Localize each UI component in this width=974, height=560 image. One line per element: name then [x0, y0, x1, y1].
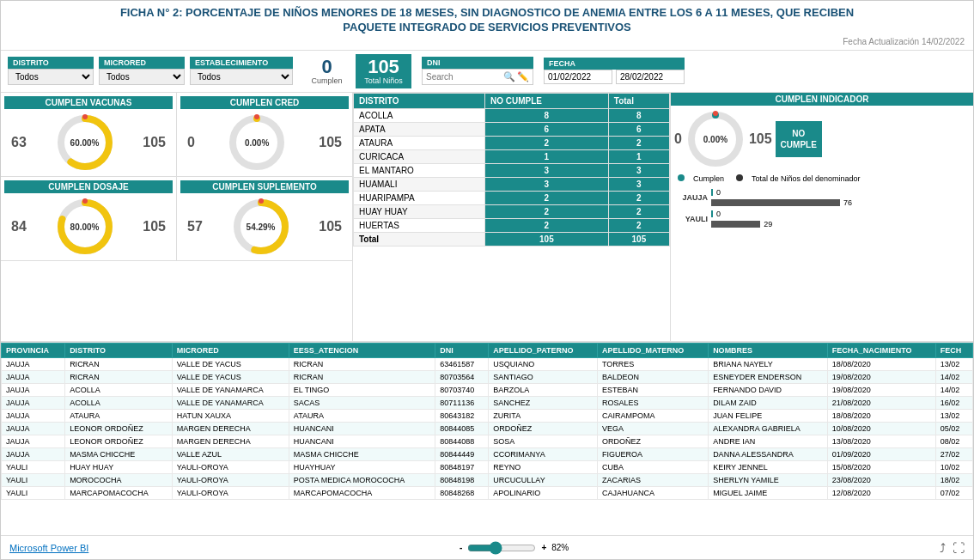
table-cell: ESNEYDER ENDERSON [709, 370, 828, 383]
column-header: APELLIDO_PATERNO [489, 343, 598, 357]
distrito-cell: CURICACA [354, 149, 485, 163]
table-row: HUAY HUAY 2 2 [354, 204, 670, 218]
powerbi-link[interactable]: Microsoft Power BI [9, 543, 88, 553]
vacunas-left-num: 63 [11, 135, 27, 150]
table-cell: 18/08/2020 [827, 357, 935, 370]
table-cell: YAULI [2, 460, 65, 473]
total-label-cell: Total [354, 232, 485, 246]
table-cell: YAULI [2, 486, 65, 499]
table-row: JAUJALEONOR ORDOÑEZMARGEN DERECHAHUANCAN… [2, 435, 973, 447]
total-cell: 2 [608, 218, 669, 232]
table-cell: 13/02 [935, 357, 972, 370]
table-cell: 23/08/2020 [827, 473, 935, 486]
table-cell: 18/08/2020 [827, 409, 935, 422]
table-cell: 80848268 [435, 486, 489, 499]
table-cell: 80844085 [435, 422, 489, 435]
establecimiento-filter: ESTABLECIMIENTO Todos [190, 57, 293, 85]
microred-label: MICRORED [99, 57, 185, 69]
share-icon[interactable]: ⤴ [940, 541, 946, 555]
table-cell: ACOLLA [65, 396, 173, 409]
table-cell: VEGA [597, 422, 708, 435]
search-input[interactable] [426, 72, 503, 82]
total-label: Total Niños [364, 76, 403, 85]
zoom-plus[interactable]: + [541, 543, 546, 552]
cumplen-bar [711, 210, 713, 217]
total-cell: 2 [608, 136, 669, 149]
data-table-wrapper[interactable]: PROVINCIADISTRITOMICROREDEESS_ATENCIONDN… [1, 343, 973, 535]
fecha-fin-input[interactable] [616, 70, 685, 84]
distrito-select[interactable]: Todos [8, 69, 94, 85]
indicador-left-num: 0 [674, 131, 682, 147]
table-cell: 80643182 [435, 409, 489, 422]
table-cell: 14/02 [935, 370, 972, 383]
establecimiento-select[interactable]: Todos [190, 69, 293, 85]
table-cell: RICRAN [289, 357, 435, 370]
zoom-minus[interactable]: - [460, 543, 462, 552]
total-cell: 6 [608, 122, 669, 136]
table-cell: MARGEN DERECHA [172, 435, 289, 447]
dosaje-content: 84 80.00% 105 [4, 197, 173, 257]
table-row: HUARIPAMPA 2 2 [354, 191, 670, 204]
table-cell: 12/08/2020 [827, 486, 935, 499]
table-row: CURICACA 1 1 [354, 149, 670, 163]
fecha-filter: FECHA [544, 58, 685, 84]
table-cell: RICRAN [289, 370, 435, 383]
table-cell: 05/02 [935, 422, 972, 435]
no-cumple-cell: 6 [484, 122, 608, 136]
bar-row: JAUJA076 [678, 188, 966, 207]
table-cell: 07/02 [935, 486, 972, 499]
total-bar-value: 29 [764, 220, 772, 228]
cumplen-bar [711, 189, 713, 196]
table-row: YAULIMARCAPOMACOCHAYAULI-OROYAMARCAPOMAC… [2, 486, 973, 499]
suplemento-right-num: 105 [319, 219, 342, 234]
page-title: FICHA N° 2: PORCENTAJE DE NIÑOS MENORES … [9, 6, 965, 35]
zoom-controls: - + 82% [460, 541, 569, 555]
provincia-bar-chart: JAUJA076YAULI029 [671, 185, 973, 341]
microred-filter: MICRORED Todos [99, 57, 185, 85]
table-cell: 80848198 [435, 473, 489, 486]
column-header: PROVINCIA [2, 343, 65, 357]
total-cell: 1 [608, 149, 669, 163]
table-cell: 80703740 [435, 383, 489, 396]
no-cumple-cell: 8 [484, 108, 608, 122]
table-cell: 19/08/2020 [827, 383, 935, 396]
clear-icon[interactable]: ✏️ [517, 71, 529, 82]
table-cell: APOLINARIO [489, 486, 598, 499]
dosaje-dot [82, 198, 88, 204]
table-cell: ANDRE IAN [709, 435, 828, 447]
dosaje-pct: 80.00% [70, 222, 100, 231]
table-cell: MARCAPOMACOCHA [289, 486, 435, 499]
table-cell: SHERLYN YAMILE [709, 473, 828, 486]
dni-filter: DNI 🔍 ✏️ [422, 57, 533, 85]
dosaje-left-num: 84 [11, 219, 27, 234]
total-no-cumple: 105 [484, 232, 608, 246]
dni-search-box[interactable]: 🔍 ✏️ [422, 69, 533, 85]
cumplen-label: Cumplen [311, 76, 342, 85]
table-cell: HATUN XAUXA [172, 409, 289, 422]
filters-row: DISTRITO Todos MICRORED Todos ESTABLECIM… [1, 51, 973, 93]
col-distrito: DISTRITO [354, 93, 485, 108]
distrito-cell: ATAURA [354, 136, 485, 149]
table-cell: SANTIAGO [489, 370, 598, 383]
fecha-inicio-input[interactable] [544, 70, 612, 84]
column-header: NOMBRES [709, 343, 828, 357]
cred-left-num: 0 [187, 135, 195, 150]
metrics-bottom-row: CUMPLEN DOSAJE 84 80.00% [1, 177, 352, 261]
total-box: 105 Total Niños [356, 54, 411, 88]
table-cell: CCORIMANYA [489, 447, 598, 460]
vacunas-circle: 60.00% [55, 113, 115, 173]
fullscreen-icon[interactable]: ⛶ [953, 541, 965, 555]
table-row: JAUJAACOLLAVALLE DE YANAMARCASACAS807111… [2, 396, 973, 409]
zoom-slider[interactable] [467, 541, 536, 555]
microred-select[interactable]: Todos [99, 69, 185, 85]
distrito-label: DISTRITO [8, 57, 94, 69]
data-table-section: PROVINCIADISTRITOMICROREDEESS_ATENCIONDN… [1, 342, 973, 535]
search-icon[interactable]: 🔍 [503, 71, 515, 82]
table-cell: 16/02 [935, 396, 972, 409]
total-bar [711, 199, 840, 206]
bar-row: YAULI029 [678, 210, 966, 228]
table-cell: 80711136 [435, 396, 489, 409]
total-cell: 2 [608, 204, 669, 218]
indicador-title: CUMPLEN INDICADOR [671, 93, 973, 106]
table-cell: 80844088 [435, 435, 489, 447]
